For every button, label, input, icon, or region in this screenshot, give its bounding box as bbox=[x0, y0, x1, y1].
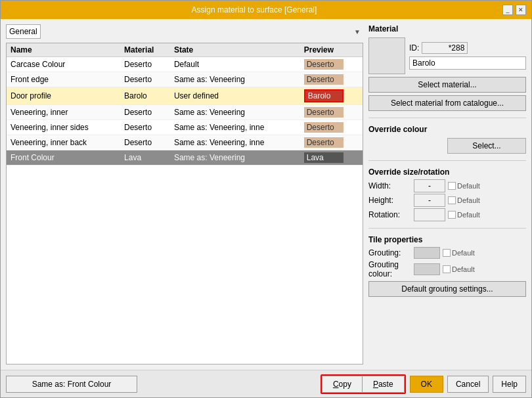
height-default-row: Default bbox=[448, 196, 480, 204]
row-state: Same as: Veneering bbox=[170, 105, 300, 120]
preview-badge: Barolo bbox=[304, 89, 344, 102]
table-row[interactable]: Front ColourLavaSame as: VeneeringLava bbox=[7, 150, 363, 166]
title-bar: Assign material to surface [General] _ ✕ bbox=[1, 1, 531, 19]
id-label: ID: bbox=[409, 43, 419, 53]
table-header-row: Name Material State Preview bbox=[7, 43, 363, 57]
row-material: Deserto bbox=[120, 120, 170, 135]
paste-label-rest: aste bbox=[378, 380, 393, 389]
tile-section: Tile properties Grouting: Default Grouti… bbox=[368, 235, 526, 297]
table-row[interactable]: Front edgeDesertoSame as: VeneeringDeser… bbox=[7, 72, 363, 87]
dropdown-arrow-icon: ▼ bbox=[354, 28, 361, 35]
table-row[interactable]: Veneering, inner sidesDesertoSame as: Ve… bbox=[7, 120, 363, 135]
rotation-default-checkbox[interactable] bbox=[448, 211, 456, 219]
table-row[interactable]: Veneering, inner backDesertoSame as: Ven… bbox=[7, 135, 363, 150]
col-preview: Preview bbox=[300, 43, 363, 57]
table-row[interactable]: Carcase ColourDesertoDefaultDeserto bbox=[7, 57, 363, 72]
same-as-button[interactable]: Same as: Front Colour bbox=[6, 376, 137, 393]
dialog-content: General ▼ Name Material State Preview bbox=[1, 19, 531, 370]
rotation-row: Rotation: Default bbox=[368, 208, 526, 221]
select-colour-button[interactable]: Select... bbox=[447, 138, 526, 154]
col-material: Material bbox=[120, 43, 170, 57]
width-default-row: Default bbox=[448, 182, 480, 190]
close-button[interactable]: ✕ bbox=[516, 5, 526, 15]
copy-label: C bbox=[333, 380, 339, 389]
copy-label-rest: opy bbox=[339, 380, 351, 389]
rotation-default-label: Default bbox=[457, 211, 480, 219]
width-row: Width: - Default bbox=[368, 179, 526, 192]
row-name: Carcase Colour bbox=[7, 57, 120, 72]
preview-badge: Lava bbox=[304, 152, 344, 163]
row-material: Deserto bbox=[120, 105, 170, 120]
help-button[interactable]: Help bbox=[493, 376, 526, 393]
grouting-row: Grouting: Default bbox=[368, 247, 526, 259]
material-name-field[interactable] bbox=[409, 56, 526, 70]
material-info: ID: *288 bbox=[409, 42, 526, 70]
divider-3 bbox=[368, 228, 526, 229]
width-default-label: Default bbox=[457, 182, 480, 190]
row-material: Lava bbox=[120, 150, 170, 166]
tile-section-label: Tile properties bbox=[368, 235, 526, 244]
row-name: Door profile bbox=[7, 87, 120, 105]
grouting-value bbox=[414, 247, 440, 259]
rotation-label: Rotation: bbox=[368, 210, 411, 219]
grouting-colour-default-row: Default bbox=[443, 265, 475, 273]
table-row[interactable]: Door profileBaroloUser definedBarolo bbox=[7, 87, 363, 105]
preview-badge: Deserto bbox=[304, 59, 344, 70]
row-preview: Deserto bbox=[300, 105, 363, 120]
rotation-default-row: Default bbox=[448, 211, 480, 219]
copy-button[interactable]: Copy bbox=[322, 376, 362, 393]
override-colour-section: Override colour Select... bbox=[368, 125, 526, 154]
bottom-bar: Same as: Front Colour Copy Paste OK Canc… bbox=[1, 370, 531, 397]
col-name: Name bbox=[7, 43, 120, 57]
width-default-checkbox[interactable] bbox=[448, 182, 456, 190]
grouting-default-checkbox[interactable] bbox=[443, 249, 451, 257]
row-preview: Deserto bbox=[300, 120, 363, 135]
select-material-button[interactable]: Select material... bbox=[368, 77, 526, 93]
row-preview: Deserto bbox=[300, 57, 363, 72]
row-state: Same as: Veneering bbox=[170, 72, 300, 87]
select-catalogue-button[interactable]: Select material from catalogue... bbox=[368, 95, 526, 111]
dialog-title: Assign material to surface [General] bbox=[6, 5, 502, 14]
height-default-checkbox[interactable] bbox=[448, 196, 456, 204]
surface-table: Name Material State Preview Carcase Colo… bbox=[6, 43, 363, 365]
material-table: Name Material State Preview Carcase Colo… bbox=[7, 43, 363, 166]
row-state: Same as: Veneering bbox=[170, 150, 300, 166]
grouting-colour-default-checkbox[interactable] bbox=[443, 265, 451, 273]
material-id-value: *288 bbox=[422, 42, 468, 54]
id-row: ID: *288 bbox=[409, 42, 526, 54]
preview-badge: Deserto bbox=[304, 137, 344, 148]
material-section: Material ID: *288 Select material... Sel… bbox=[368, 24, 526, 111]
preview-badge: Deserto bbox=[304, 74, 344, 85]
right-panel: Material ID: *288 Select material... Sel… bbox=[368, 24, 526, 365]
row-name: Veneering, inner back bbox=[7, 135, 120, 150]
divider-2 bbox=[368, 160, 526, 161]
paste-label: P bbox=[373, 380, 378, 389]
cancel-button[interactable]: Cancel bbox=[447, 376, 489, 393]
ok-button[interactable]: OK bbox=[410, 376, 443, 393]
override-size-section: Override size/rotation Width: - Default … bbox=[368, 167, 526, 221]
grouting-default-label: Default bbox=[452, 249, 475, 257]
row-state: Same as: Veneering, inne bbox=[170, 120, 300, 135]
height-row: Height: - Default bbox=[368, 194, 526, 207]
paste-button[interactable]: Paste bbox=[362, 376, 405, 393]
row-name: Front Colour bbox=[7, 150, 120, 166]
divider-1 bbox=[368, 118, 526, 118]
height-label: Height: bbox=[368, 196, 411, 205]
table-row[interactable]: Veneering, innerDesertoSame as: Veneerin… bbox=[7, 105, 363, 120]
general-dropdown[interactable]: General bbox=[6, 24, 41, 39]
grouting-colour-value bbox=[414, 263, 440, 275]
row-preview: Barolo bbox=[300, 87, 363, 105]
row-material: Deserto bbox=[120, 135, 170, 150]
minimize-button[interactable]: _ bbox=[502, 5, 513, 15]
copy-paste-group: Copy Paste bbox=[321, 374, 406, 394]
grouting-colour-row: Grouting colour: Default bbox=[368, 260, 526, 278]
height-default-label: Default bbox=[457, 196, 480, 204]
default-grouting-button[interactable]: Default grouting settings... bbox=[368, 281, 526, 297]
row-name: Veneering, inner bbox=[7, 105, 120, 120]
material-preview-box bbox=[368, 37, 405, 74]
row-preview: Lava bbox=[300, 150, 363, 166]
preview-badge: Deserto bbox=[304, 122, 344, 133]
material-section-label: Material bbox=[368, 24, 526, 33]
dropdown-wrapper: General ▼ bbox=[6, 24, 363, 39]
grouting-label: Grouting: bbox=[368, 248, 411, 257]
